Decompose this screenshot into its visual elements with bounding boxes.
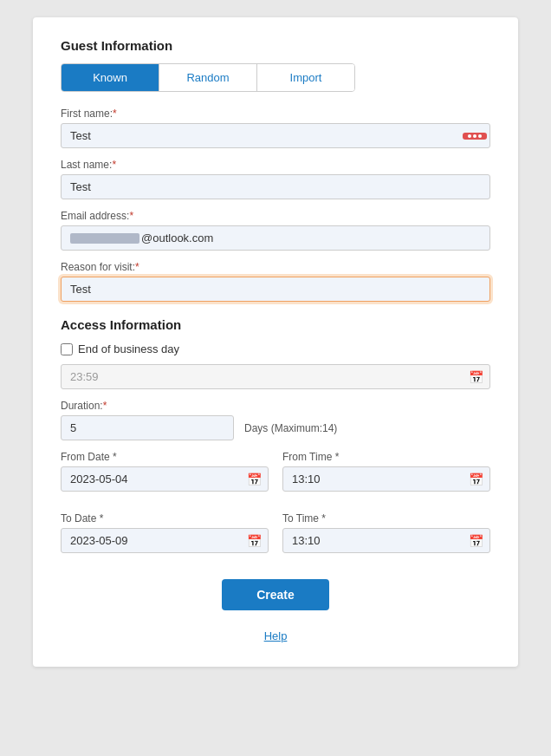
tab-random[interactable]: Random <box>159 64 257 91</box>
email-label: Email address:* <box>61 210 490 222</box>
duration-input[interactable] <box>61 415 234 440</box>
reason-input[interactable] <box>61 277 490 302</box>
end-of-biz-day-checkbox[interactable] <box>61 343 73 355</box>
from-date-time-row: From Date * 📅 From Time * 📅 <box>61 451 490 502</box>
to-time-wrapper: 📅 <box>282 528 490 553</box>
from-time-wrapper: 📅 <box>282 466 490 492</box>
reason-label: Reason for visit:* <box>61 261 490 273</box>
dot1 <box>468 134 471 138</box>
first-name-label: First name:* <box>61 108 490 120</box>
tab-group: Known Random Import <box>61 63 355 92</box>
last-name-group: Last name:* <box>61 159 490 199</box>
time-disabled-group: 📅 <box>61 364 490 389</box>
first-name-input[interactable] <box>61 123 490 148</box>
from-date-group: From Date * 📅 <box>61 451 269 492</box>
tab-known[interactable]: Known <box>62 64 159 91</box>
from-time-input[interactable] <box>282 466 490 492</box>
time-disabled-input <box>61 364 490 389</box>
create-button[interactable]: Create <box>222 579 329 610</box>
to-date-label: To Date * <box>61 512 269 525</box>
to-date-wrapper: 📅 <box>61 528 269 553</box>
to-date-group: To Date * 📅 <box>61 512 269 553</box>
first-name-group: First name:* <box>61 108 490 148</box>
tab-import[interactable]: Import <box>257 64 354 91</box>
end-of-biz-day-label: End of business day <box>78 342 179 355</box>
from-time-label: From Time * <box>282 451 490 463</box>
time-disabled-wrapper: 📅 <box>61 364 490 389</box>
dot3 <box>478 134 482 138</box>
duration-hint: Days (Maximum:14) <box>244 422 337 434</box>
main-card: Guest Information Known Random Import Fi… <box>33 17 518 667</box>
duration-label: Duration:* <box>61 400 490 412</box>
to-time-label: To Time * <box>282 512 490 525</box>
email-suffix: @outlook.com <box>141 231 213 244</box>
email-blurred-part <box>70 233 139 244</box>
access-info-title: Access Information <box>61 317 490 332</box>
from-date-label: From Date * <box>61 451 269 463</box>
to-date-input[interactable] <box>61 528 269 553</box>
end-of-biz-day-row: End of business day <box>61 342 490 355</box>
from-time-group: From Time * 📅 <box>282 451 490 492</box>
from-date-input[interactable] <box>61 466 269 492</box>
help-link[interactable]: Help <box>61 629 490 642</box>
duration-group: Duration:* Days (Maximum:14) <box>61 400 490 440</box>
to-date-time-row: To Date * 📅 To Time * 📅 <box>61 512 490 564</box>
reason-group: Reason for visit:* <box>61 261 490 302</box>
to-time-group: To Time * 📅 <box>282 512 490 553</box>
last-name-input[interactable] <box>61 174 490 199</box>
last-name-wrapper <box>61 174 490 199</box>
last-name-label: Last name:* <box>61 159 490 171</box>
guest-info-title: Guest Information <box>61 38 490 53</box>
to-time-input[interactable] <box>282 528 490 553</box>
email-group: Email address:* @outlook.com <box>61 210 490 251</box>
duration-row: Days (Maximum:14) <box>61 415 490 440</box>
dot2 <box>473 134 476 138</box>
first-name-wrapper <box>61 123 490 148</box>
reason-wrapper <box>61 277 490 302</box>
from-date-wrapper: 📅 <box>61 466 269 492</box>
first-name-action-button[interactable] <box>463 133 487 140</box>
email-display: @outlook.com <box>61 225 490 251</box>
